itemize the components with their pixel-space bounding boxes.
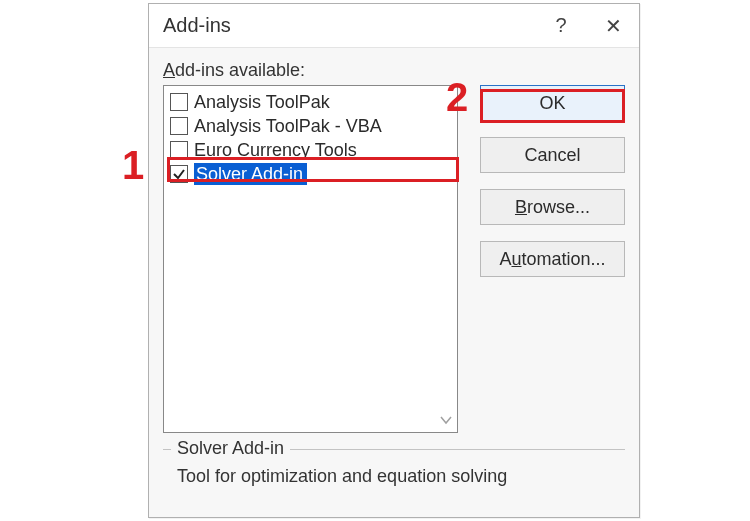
addin-checkbox[interactable] <box>170 117 188 135</box>
annotation-number-1: 1 <box>122 143 144 188</box>
close-button[interactable]: ✕ <box>587 4 639 48</box>
addin-item-label: Solver Add-in <box>194 163 307 185</box>
addin-item-analysis-toolpak-vba[interactable]: Analysis ToolPak - VBA <box>168 114 453 138</box>
chevron-down-icon[interactable] <box>437 410 455 430</box>
window-title: Add-ins <box>163 14 231 37</box>
addin-item-euro-currency-tools[interactable]: Euro Currency Tools <box>168 138 453 162</box>
addin-item-label: Euro Currency Tools <box>194 139 357 161</box>
addins-listbox[interactable]: Analysis ToolPakAnalysis ToolPak - VBAEu… <box>163 85 458 433</box>
addin-checkbox[interactable] <box>170 165 188 183</box>
addin-item-solver-add-in[interactable]: Solver Add-in <box>168 162 453 186</box>
addin-item-analysis-toolpak[interactable]: Analysis ToolPak <box>168 90 453 114</box>
addin-checkbox[interactable] <box>170 141 188 159</box>
addin-item-label: Analysis ToolPak <box>194 91 330 113</box>
cancel-button[interactable]: Cancel <box>480 137 625 173</box>
help-button[interactable]: ? <box>535 4 587 48</box>
addins-available-accel: A <box>163 60 175 80</box>
automation-button[interactable]: Automation... <box>480 241 625 277</box>
addins-available-label: Add-ins available: <box>163 60 625 81</box>
description-text: Tool for optimization and equation solvi… <box>171 466 617 487</box>
addins-dialog: Add-ins ? ✕ Add-ins available: Analysis … <box>148 3 640 518</box>
description-groupbox: Solver Add-in Tool for optimization and … <box>163 449 625 487</box>
annotation-number-2: 2 <box>446 75 468 120</box>
ok-button[interactable]: OK <box>480 85 625 121</box>
addin-checkbox[interactable] <box>170 93 188 111</box>
browse-button[interactable]: Browse... <box>480 189 625 225</box>
addin-item-label: Analysis ToolPak - VBA <box>194 115 382 137</box>
description-title: Solver Add-in <box>171 438 290 459</box>
titlebar: Add-ins ? ✕ <box>149 4 639 48</box>
